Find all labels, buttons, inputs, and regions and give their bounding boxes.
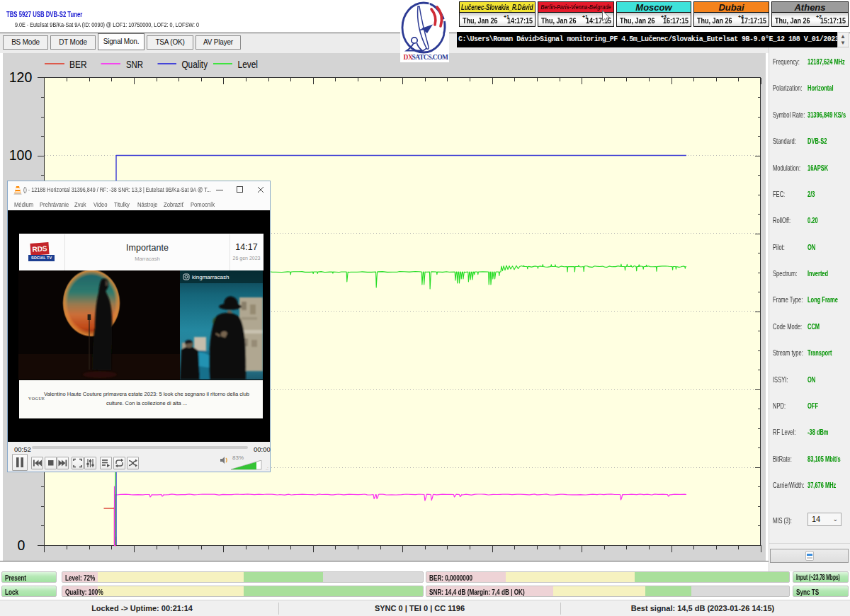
svg-text:100: 100: [9, 147, 33, 163]
svg-text:SNR: SNR: [126, 59, 143, 70]
svg-text:Level: Level: [238, 59, 259, 70]
svg-text:120: 120: [9, 69, 33, 85]
svg-text:SATCS.COM: SATCS.COM: [412, 54, 449, 61]
svg-text:0: 0: [18, 537, 26, 553]
svg-text:Quality: Quality: [182, 59, 208, 70]
svg-text:kingmarracash: kingmarracash: [192, 274, 229, 280]
svg-text:BER: BER: [69, 59, 87, 70]
